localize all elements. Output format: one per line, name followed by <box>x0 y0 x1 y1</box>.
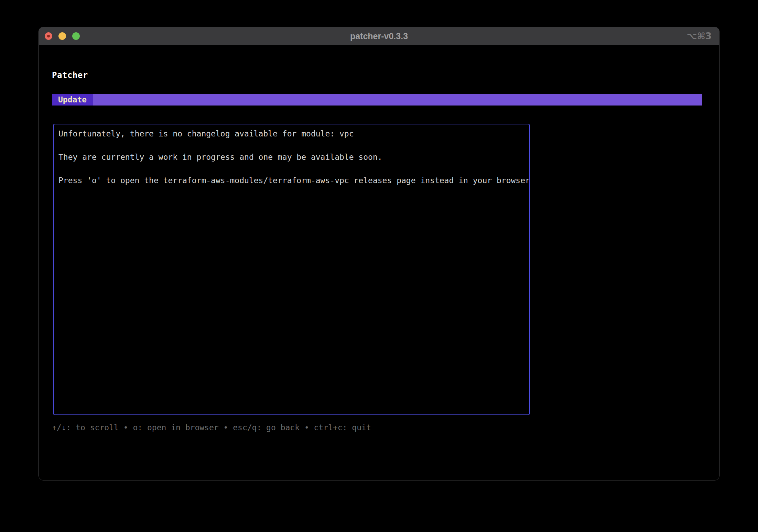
window-titlebar[interactable]: patcher-v0.3.3 ⌥⌘3 <box>39 27 719 45</box>
changelog-line <box>58 163 524 175</box>
changelog-line: They are currently a work in progress an… <box>58 151 524 163</box>
minimize-button[interactable] <box>58 32 66 40</box>
app-heading: Patcher <box>52 70 88 80</box>
changelog-line: Unfortunately, there is no changelog ava… <box>58 128 524 140</box>
terminal-window: patcher-v0.3.3 ⌥⌘3 Patcher Update Unfort… <box>39 27 719 480</box>
tab-update[interactable]: Update <box>52 94 93 106</box>
zoom-button[interactable] <box>72 32 80 40</box>
changelog-text: Unfortunately, there is no changelog ava… <box>58 128 524 186</box>
window-title: patcher-v0.3.3 <box>39 27 719 45</box>
close-button[interactable] <box>45 32 52 40</box>
changelog-viewport[interactable]: Unfortunately, there is no changelog ava… <box>53 124 530 415</box>
window-shortcut-badge: ⌥⌘3 <box>687 27 712 45</box>
tab-bar: Update <box>52 94 702 106</box>
help-bar: ↑/↓: to scroll • o: open in browser • es… <box>52 423 371 432</box>
changelog-line: Press 'o' to open the terraform-aws-modu… <box>58 175 524 186</box>
changelog-line <box>58 140 524 151</box>
